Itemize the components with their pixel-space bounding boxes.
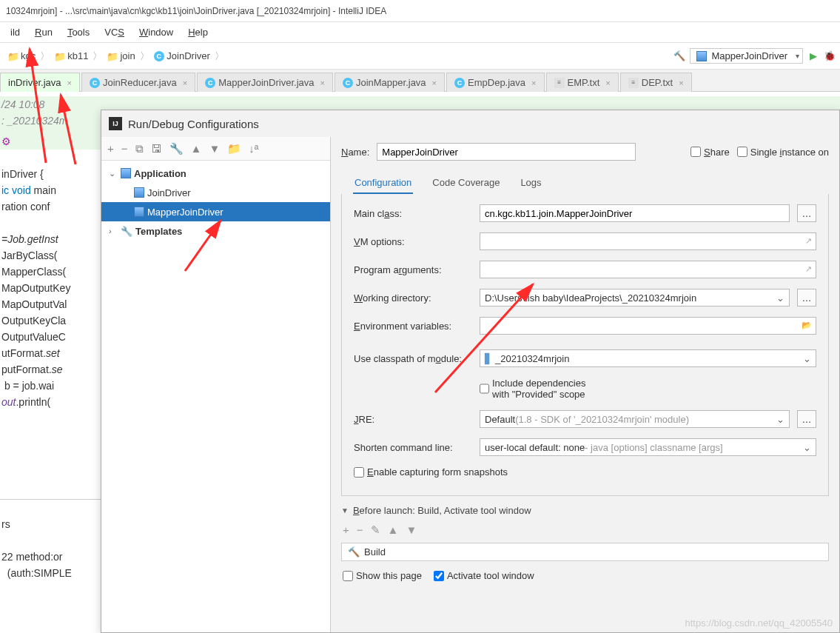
dialog-title: IJ Run/Debug Configurations: [101, 110, 839, 137]
menu-help[interactable]: Help: [181, 24, 215, 40]
class-icon: C: [154, 51, 164, 61]
share-checkbox[interactable]: Share: [691, 147, 730, 158]
breadcrumb-join[interactable]: 📁join: [104, 49, 138, 63]
edit-icon[interactable]: ✎: [371, 523, 380, 537]
close-icon[interactable]: ×: [531, 78, 536, 87]
program-args-label: Program arguments:: [354, 264, 472, 275]
tab-deptxt[interactable]: ≡DEP.txt×: [620, 73, 692, 92]
tree-mapperjoindriver[interactable]: MapperJoinDriver: [101, 202, 330, 221]
jre-label: JRE:: [354, 414, 472, 425]
main-class-input[interactable]: [480, 204, 790, 222]
working-dir-input[interactable]: D:\Users\fish baby\IdeaProjects\_2021032…: [480, 289, 790, 307]
close-icon[interactable]: ×: [67, 78, 72, 87]
remove-icon[interactable]: −: [121, 142, 128, 155]
folder-icon[interactable]: 📁: [227, 142, 241, 155]
menubar: ild RRunun Tools VCS Window Help: [0, 22, 840, 43]
chevron-down-icon: ⌄: [109, 169, 118, 178]
tab-logs[interactable]: Logs: [519, 173, 542, 194]
close-icon[interactable]: ×: [183, 78, 187, 87]
tab-joindriver[interactable]: inDriver.java×: [0, 73, 80, 92]
vm-options-label: VM options:: [354, 236, 472, 247]
tab-emptxt[interactable]: ≡EMP.txt×: [546, 73, 619, 92]
browse-button[interactable]: …: [797, 204, 816, 222]
window-title: 10324mrjoin] - ...\src\main\java\cn\kgc\…: [0, 0, 840, 22]
run-config-selector[interactable]: MapperJoinDriver: [690, 48, 803, 64]
debug-icon[interactable]: 🐞: [824, 50, 836, 62]
main-class-label: Main class:: [354, 208, 472, 219]
class-icon: C: [90, 78, 100, 88]
breadcrumb-class[interactable]: C JoinDriver: [151, 49, 213, 63]
env-vars-input[interactable]: [480, 317, 816, 335]
jre-select[interactable]: Default (1.8 - SDK of '_20210324mrjoin' …: [480, 410, 790, 428]
program-args-input[interactable]: [480, 261, 816, 278]
module-select[interactable]: ▋_20210324mrjoin: [480, 349, 816, 367]
tree-templates[interactable]: › 🔧 Templates: [101, 221, 330, 241]
shorten-select[interactable]: user-local default: none - java [options…: [480, 438, 816, 456]
wrench-icon[interactable]: 🔧: [169, 142, 184, 155]
name-label: Name:: [341, 147, 369, 158]
menu-run[interactable]: RRunun: [27, 24, 60, 40]
tree-joindriver[interactable]: JoinDriver: [101, 183, 330, 202]
add-icon[interactable]: +: [343, 523, 349, 537]
build-icon[interactable]: 🔨: [673, 50, 685, 62]
close-icon[interactable]: ×: [605, 78, 610, 87]
tree-application[interactable]: ⌄ Application: [101, 164, 330, 183]
up-icon[interactable]: ▲: [388, 523, 399, 537]
close-icon[interactable]: ×: [432, 78, 437, 87]
sort-icon[interactable]: ↓ª: [249, 142, 258, 155]
build-icon: 🔨: [348, 546, 360, 557]
build-task[interactable]: 🔨 Build: [341, 543, 829, 561]
name-input[interactable]: [377, 143, 636, 161]
tab-joinreducer[interactable]: CJoinReducer.java×: [81, 73, 195, 92]
chevron-right-icon: 〉: [91, 50, 104, 63]
breadcrumb-kgc[interactable]: 📁kgc: [4, 49, 38, 63]
tab-mapperjoindriver[interactable]: CMapperJoinDriver.java×: [197, 73, 333, 92]
close-icon[interactable]: ×: [679, 78, 683, 87]
tree-label: MapperJoinDriver: [147, 207, 224, 218]
class-icon: C: [454, 78, 465, 88]
expand-icon[interactable]: ↗: [805, 264, 812, 274]
run-icon[interactable]: ▶: [807, 50, 819, 62]
save-icon[interactable]: 🖫: [151, 142, 162, 155]
menu-vcs[interactable]: VCS: [97, 24, 132, 40]
browse-button[interactable]: …: [797, 289, 816, 307]
single-instance-checkbox[interactable]: Single instance on: [737, 147, 829, 158]
menu-tools[interactable]: Tools: [60, 24, 97, 40]
show-this-page-checkbox[interactable]: Show this page: [343, 570, 422, 581]
tree-label: Application: [134, 168, 187, 179]
build-label: Build: [364, 546, 386, 557]
copy-icon[interactable]: ⧉: [135, 142, 144, 155]
watermark: https://blog.csdn.net/qq_42005540: [685, 617, 833, 629]
title-text: 10324mrjoin] - ...\src\main\java\cn\kgc\…: [6, 6, 386, 16]
down-icon[interactable]: ▼: [209, 142, 220, 155]
module-label: Use classpath of module:: [354, 353, 472, 364]
chevron-right-icon: 〉: [138, 50, 151, 63]
down-icon[interactable]: ▼: [406, 523, 417, 537]
expand-icon[interactable]: ↗: [805, 236, 812, 246]
wrench-icon: 🔧: [121, 226, 132, 237]
tree-label: Templates: [135, 226, 182, 237]
browse-button[interactable]: …: [797, 410, 816, 428]
chevron-right-icon: 〉: [38, 50, 51, 63]
tab-joinmapper[interactable]: CJoinMapper.java×: [335, 73, 445, 92]
tab-configuration[interactable]: Configuration: [353, 173, 413, 194]
menu-window[interactable]: Window: [132, 24, 181, 40]
before-launch-header[interactable]: ▼ Before launch: Build, Activate tool wi…: [341, 505, 829, 516]
provided-scope-checkbox[interactable]: Include dependencies with "Provided" sco…: [480, 378, 598, 400]
config-tree[interactable]: ⌄ Application JoinDriver MapperJoinDrive…: [101, 161, 330, 632]
up-icon[interactable]: ▲: [191, 142, 202, 155]
vm-options-input[interactable]: [480, 232, 816, 250]
module-icon: ▋: [485, 353, 492, 364]
intellij-icon: IJ: [109, 117, 122, 130]
menu-build[interactable]: ild: [3, 24, 27, 40]
remove-icon[interactable]: −: [357, 523, 363, 537]
breadcrumb-kb11[interactable]: 📁kb11: [51, 49, 91, 63]
tab-code-coverage[interactable]: Code Coverage: [431, 173, 501, 194]
config-tree-panel: + − ⧉ 🖫 🔧 ▲ ▼ 📁 ↓ª ⌄ Application JoinDri: [101, 137, 331, 632]
activate-tool-window-checkbox[interactable]: Activate tool window: [434, 570, 534, 581]
tab-empdep[interactable]: CEmpDep.java×: [446, 73, 544, 92]
close-icon[interactable]: ×: [320, 78, 324, 87]
folder-icon[interactable]: 📂: [802, 321, 812, 330]
snapshots-checkbox[interactable]: Enable capturing form snapshots: [354, 466, 508, 478]
add-icon[interactable]: +: [107, 142, 114, 155]
